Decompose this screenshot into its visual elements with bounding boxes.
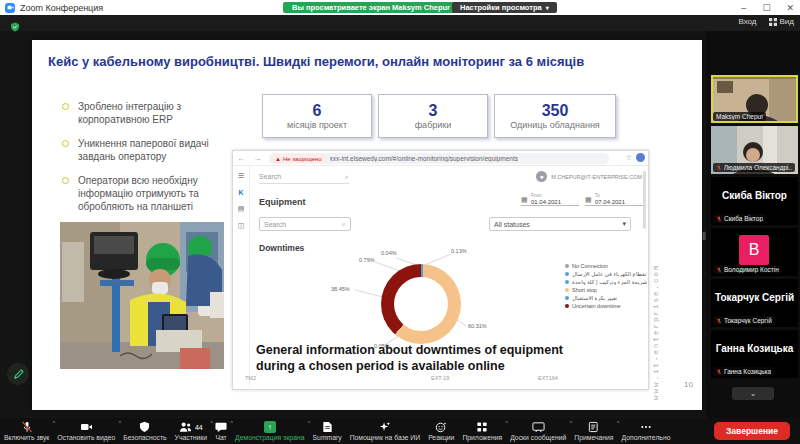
minimize-button[interactable]: – (741, 3, 746, 13)
slide-caption: General information about downtimes of e… (256, 342, 574, 375)
shared-screen-slide: Кейс у кабельному виробництві. Швидкі пе… (32, 40, 702, 410)
security-button[interactable]: Безопасность (119, 418, 170, 444)
search-placeholder: Search (264, 221, 286, 228)
more-button[interactable]: Дополнительно (618, 418, 675, 444)
bullet-list: Зроблено інтеграцію з корпоративною ERP … (62, 100, 237, 224)
calendar-icon[interactable]: ◫ (238, 222, 245, 230)
participant-tile-volodymyr-kostin[interactable]: B Володимир Костін (711, 228, 798, 276)
whiteboards-button[interactable]: Доски сообщений ^ (506, 418, 570, 444)
legend-item: تغيير بكرة الاستقبال (565, 295, 647, 301)
clipboard-icon[interactable]: ▤ (238, 205, 245, 213)
annotate-pencil-button[interactable] (7, 363, 29, 385)
collapse-participants-button[interactable]: ⌄ (732, 387, 774, 400)
chat-icon (215, 421, 227, 433)
stat-value: 350 (542, 102, 569, 120)
participant-tile-skyba-viktor[interactable]: Скиба Віктор Скиба Віктор (711, 177, 798, 225)
whiteboard-icon (532, 421, 545, 433)
status-filter-select[interactable]: All statuses ▾ (489, 217, 631, 231)
unmute-button[interactable]: Включить звук ^ (0, 418, 53, 444)
slide-page-number: 10 (684, 380, 693, 389)
date-to-field[interactable]: ▦ To 07.04.2021 (585, 193, 643, 206)
calendar-icon: ▦ (585, 196, 592, 204)
stat-equipment: 350 Одиниць обладнання (494, 94, 616, 138)
search-placeholder: Search (259, 173, 281, 181)
stop-video-button[interactable]: Остановить видео ^ (53, 418, 119, 444)
notes-button[interactable]: Примечания ^ (570, 418, 617, 444)
muted-mic-icon (716, 216, 722, 222)
camera-icon (80, 421, 93, 433)
user-avatar: ● (536, 171, 547, 182)
browser-profile-avatar[interactable] (636, 153, 645, 162)
participant-tile-liudmyla[interactable]: Людмила Олександрі... (711, 126, 798, 174)
global-search-input[interactable]: Search ⌕ (259, 173, 349, 184)
date-value: 07.04.2021 (595, 199, 625, 205)
reactions-button[interactable]: Реакции (424, 418, 458, 444)
calendar-icon: ▦ (521, 196, 528, 204)
browser-scrollbar[interactable] (643, 171, 646, 229)
donut-callout: 0.04% (381, 250, 397, 256)
donut-callout: 60.31% (468, 323, 487, 329)
ellipsis-icon (640, 421, 652, 433)
window-title: Zoom Конференция (20, 3, 103, 13)
notes-icon (588, 421, 599, 433)
stats-row: 6 місяців проект 3 фабрики 350 Одиниць о… (262, 94, 616, 138)
muted-mic-icon (716, 369, 722, 375)
bookmark-star-icon[interactable]: ☆ (626, 154, 632, 162)
view-settings-button[interactable]: Настройки просмотра▾ (452, 2, 557, 13)
maximize-button[interactable]: ☐ (762, 3, 770, 13)
legend-item: Uncertain downtime (565, 303, 647, 309)
legend-item: انقطاع الكهرباء في عامل الإرسال (565, 271, 647, 277)
address-bar[interactable]: ▲Не защищено xxx-int.elsewedy.com/#/onli… (269, 153, 609, 164)
bullet-item: Зроблено інтеграцію з корпоративною ERP (62, 100, 237, 126)
donut-callout: 38.45% (331, 286, 350, 292)
participant-display-name: Ганна Козицька (711, 343, 798, 354)
participants-button[interactable]: 44 Участники ^ (171, 418, 211, 444)
view-button[interactable]: Вид (769, 17, 794, 26)
encryption-shield-icon (10, 18, 20, 36)
legend-item: Short stop (565, 287, 647, 293)
date-label: To (595, 193, 643, 198)
muted-mic-icon (716, 165, 722, 171)
legend-dot (565, 296, 569, 300)
date-value: 01.04.2021 (531, 199, 561, 205)
bullet-item: Уникнення паперової видачі завдань опера… (62, 137, 237, 163)
date-from-field[interactable]: ▦ From 01.04.2021 (521, 193, 579, 206)
muted-mic-icon (716, 267, 722, 273)
chevron-down-icon: ▾ (622, 220, 626, 228)
participant-tile-hanna-kozytska[interactable]: Ганна Козицька Ганна Козицька (711, 330, 798, 378)
titlebar: Zoom Конференция Вы просматриваете экран… (0, 0, 800, 15)
legend-dot (565, 280, 569, 284)
participant-name: Maksym Chepur (716, 113, 763, 120)
participant-tile-tokarchuk-serhii[interactable]: Токарчук Сергій Токарчук Сергій (711, 279, 798, 327)
stat-label: Одиниць обладнання (510, 120, 599, 130)
share-screen-icon: ↑ (264, 421, 276, 433)
app-logo-icon[interactable]: K (238, 189, 243, 196)
participant-tile-maksym-chepur[interactable]: Maksym Chepur (711, 75, 798, 123)
summary-button[interactable]: Summary (309, 418, 346, 444)
sidebar-drag-handle[interactable]: ‖ (702, 231, 707, 242)
viewing-screen-banner: Вы просматриваете экран Maksym Chepur (283, 2, 459, 13)
mic-muted-icon (21, 421, 33, 433)
login-button[interactable]: Вход (738, 17, 756, 26)
ai-companion-button[interactable]: Помощник на базе ИИ (346, 418, 424, 444)
stat-label: місяців проект (287, 120, 347, 130)
equipment-label: EXT-19 (431, 375, 449, 381)
chat-button[interactable]: Чат ^ (211, 418, 231, 444)
equipment-search-input[interactable]: Search ⌕ (259, 217, 351, 231)
apps-icon (476, 421, 488, 433)
donut-callout: 0.13% (451, 248, 467, 254)
legend-dot (565, 304, 569, 308)
participant-display-name: Токарчук Сергій (711, 292, 798, 303)
downtimes-section-title: Downtimes (259, 243, 304, 253)
end-meeting-button[interactable]: Завершение (714, 422, 790, 440)
stat-value: 3 (429, 102, 438, 120)
participants-sidebar: ‖ Maksym Chepur Л (706, 31, 800, 418)
page-url: xxx-int.elsewedy.com/#/online-monitoring… (330, 155, 518, 162)
share-screen-button[interactable]: ↑ Демонстрация экрана ^ (231, 418, 308, 444)
status-filter-value: All statuses (494, 221, 530, 228)
meeting-menubar: Вход Вид (0, 15, 800, 31)
apps-button[interactable]: Приложения ^ (458, 418, 506, 444)
close-button[interactable]: ✕ (786, 3, 794, 13)
menu-icon[interactable]: ☰ (238, 172, 244, 180)
account-area[interactable]: ● m.chepur@it-enterprise.com (536, 171, 642, 182)
